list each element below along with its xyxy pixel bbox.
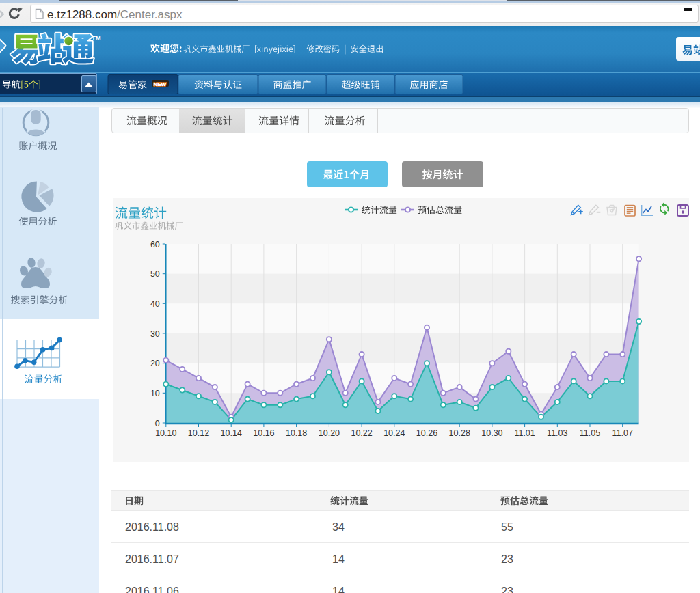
svg-text:e.tz1288.com/Center.aspx: e.tz1288.com/Center.aspx — [47, 8, 183, 21]
svg-text:14: 14 — [332, 585, 345, 593]
svg-text:2016.11.06: 2016.11.06 — [125, 585, 179, 593]
svg-text:23: 23 — [501, 585, 513, 593]
svg-text:14: 14 — [332, 553, 345, 565]
svg-text:TM: TM — [92, 34, 101, 42]
svg-text:23: 23 — [501, 553, 513, 565]
svg-text:34: 34 — [332, 521, 345, 533]
svg-text:2016.11.08: 2016.11.08 — [125, 521, 179, 533]
svg-text:2016.11.07: 2016.11.07 — [125, 553, 179, 565]
svg-text:NEW: NEW — [154, 81, 167, 87]
svg-text:55: 55 — [501, 521, 513, 533]
